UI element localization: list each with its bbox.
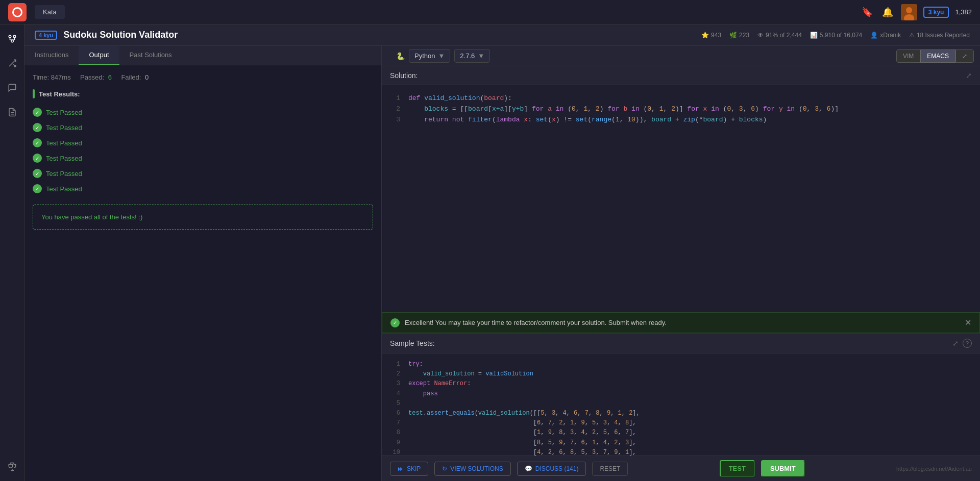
- line-num-2: 2: [390, 104, 400, 115]
- bottom-url: https://blog.csdn.net/Aident.au: [896, 466, 972, 472]
- time-stats: Time: 847ms Passed: 6 Failed: 0: [33, 73, 373, 81]
- view-solutions-label: VIEW SOLUTIONS: [450, 465, 503, 472]
- sample-line-8: 8 [1, 9, 8, 3, 4, 2, 5, 6, 7],: [390, 428, 972, 438]
- stars-meta: ⭐ 943: [701, 32, 721, 39]
- version-dropdown[interactable]: 2.7.6 ▼: [454, 49, 490, 63]
- bottom-bar: ⏭ SKIP ↻ VIEW SOLUTIONS 💬 DISCUSS (141) …: [382, 455, 980, 481]
- problem-kyu: 4 kyu: [35, 31, 57, 40]
- tab-past-solutions[interactable]: Past Solutions: [119, 46, 182, 65]
- code-content-1: def valid_solution(board):: [408, 93, 512, 104]
- skip-button[interactable]: ⏭ SKIP: [390, 462, 428, 476]
- discuss-icon: 💬: [525, 465, 532, 472]
- code-content-2: blocks = [[board[x+a][y+b] for a in (0, …: [408, 104, 839, 115]
- help-icon[interactable]: ?: [963, 339, 972, 348]
- test-item-6: ✓ Test Passed: [33, 181, 373, 196]
- test-label-6: Test Passed: [46, 185, 82, 193]
- sample-tests-title: Sample Tests:: [390, 339, 435, 347]
- left-sidebar: [0, 24, 24, 481]
- success-check-icon: ✓: [390, 318, 400, 327]
- test-label-1: Test Passed: [46, 109, 82, 116]
- tab-instructions[interactable]: Instructions: [24, 46, 79, 65]
- test-label-2: Test Passed: [46, 124, 82, 132]
- reset-button[interactable]: RESET: [592, 462, 628, 476]
- author-meta: 👤 xDranik: [870, 32, 901, 39]
- right-panel: 🐍 Python ▼ 2.7.6 ▼ VIM EMACS ⤢: [382, 46, 980, 481]
- line-num-1: 1: [390, 93, 400, 104]
- language-dropdown[interactable]: Python ▼: [409, 49, 450, 63]
- discuss-label: DISCUSS (141): [535, 465, 579, 472]
- bell-icon[interactable]: 🔔: [880, 5, 895, 19]
- expand-editor-button[interactable]: ⤢: [955, 49, 974, 63]
- test-check-icon-4: ✓: [33, 154, 42, 163]
- sample-line-7: 7 [6, 7, 2, 1, 9, 5, 3, 4, 8],: [390, 418, 972, 428]
- sidebar-icon-trophy[interactable]: [4, 459, 20, 475]
- skip-label: SKIP: [407, 465, 421, 472]
- test-check-icon-6: ✓: [33, 184, 42, 193]
- tabs: Instructions Output Past Solutions: [24, 46, 381, 65]
- skip-icon: ⏭: [398, 465, 404, 472]
- svg-point-4: [13, 35, 16, 38]
- discuss-button[interactable]: 💬 DISCUSS (141): [517, 462, 586, 476]
- kata-tab[interactable]: Kata: [35, 5, 65, 19]
- passed-label: Passed:: [80, 73, 104, 81]
- test-check-icon-5: ✓: [33, 169, 42, 178]
- time-label: Time: 847ms: [33, 73, 71, 81]
- expand-solution-icon[interactable]: ⤢: [966, 71, 972, 80]
- code-content-3: return not filter(lambda x: set(x) != se…: [408, 115, 767, 125]
- sample-tests-controls: ⤢ ?: [952, 339, 972, 348]
- test-label-3: Test Passed: [46, 139, 82, 147]
- code-line-3: 3 return not filter(lambda x: set(x) != …: [390, 115, 972, 125]
- forks-meta: 🌿 223: [729, 32, 749, 39]
- test-results-label: Test Results:: [39, 90, 80, 98]
- close-banner-button[interactable]: ✕: [965, 318, 971, 327]
- sidebar-icon-diff[interactable]: [4, 55, 20, 71]
- test-label-5: Test Passed: [46, 170, 82, 178]
- tab-output[interactable]: Output: [79, 46, 119, 65]
- passed-count: 6: [108, 73, 112, 81]
- test-label-4: Test Passed: [46, 155, 82, 162]
- test-results-header: Test Results:: [33, 89, 373, 98]
- test-item-3: ✓ Test Passed: [33, 135, 373, 150]
- sample-line-4: 4 pass: [390, 389, 972, 399]
- left-panel: Instructions Output Past Solutions Time:…: [24, 46, 382, 481]
- test-check-icon-1: ✓: [33, 108, 42, 117]
- code-line-2: 2 blocks = [[board[x+a][y+b] for a in (0…: [390, 104, 972, 115]
- logo[interactable]: [8, 3, 27, 21]
- kyu-badge: 3 kyu: [923, 7, 949, 18]
- solution-title: Solution:: [390, 71, 418, 80]
- top-bar: Kata 🔖 🔔 3 kyu 1,382: [0, 0, 980, 24]
- test-check-icon-2: ✓: [33, 123, 42, 132]
- vim-button[interactable]: VIM: [896, 49, 920, 63]
- svg-point-3: [9, 35, 11, 38]
- code-editor[interactable]: 1 def valid_solution(board): 2 blocks = …: [382, 85, 980, 312]
- test-item-1: ✓ Test Passed: [33, 105, 373, 120]
- test-button[interactable]: TEST: [720, 460, 755, 477]
- sample-line-3: 3 except NameError:: [390, 379, 972, 389]
- success-message: Excellent! You may take your time to ref…: [405, 319, 960, 326]
- code-line-1: 1 def valid_solution(board):: [390, 93, 972, 104]
- expand-sample-icon[interactable]: ⤢: [952, 339, 959, 347]
- all-passed-box: You have passed all of the tests! :): [33, 205, 373, 230]
- avatar[interactable]: [901, 4, 917, 20]
- sidebar-icon-doc[interactable]: [4, 104, 20, 120]
- line-num-3: 3: [390, 115, 400, 125]
- sidebar-icon-chat[interactable]: [4, 80, 20, 96]
- test-item-4: ✓ Test Passed: [33, 150, 373, 166]
- view-solutions-button[interactable]: ↻ VIEW SOLUTIONS: [434, 462, 510, 476]
- problem-header: 4 kyu Sudoku Solution Validator ⭐ 943 🌿 …: [24, 24, 980, 46]
- top-editor-bar: 🐍 Python ▼ 2.7.6 ▼ VIM EMACS ⤢: [382, 46, 980, 66]
- emacs-button[interactable]: EMACS: [920, 49, 955, 63]
- sidebar-icon-fork[interactable]: [4, 31, 20, 47]
- test-items-container: ✓ Test Passed ✓ Test Passed ✓ Test Passe…: [33, 105, 373, 196]
- rank-meta: 📊 5,910 of 16,074: [810, 32, 862, 39]
- bookmark-icon[interactable]: 🔖: [860, 5, 874, 19]
- sample-line-6: 6 test.assert_equals(valid_solution([[5,…: [390, 409, 972, 418]
- completion-meta: 👁 91% of 2,444: [757, 32, 802, 39]
- submit-button[interactable]: SUBMIT: [761, 460, 805, 477]
- svg-point-1: [906, 7, 912, 13]
- content-area: 4 kyu Sudoku Solution Validator ⭐ 943 🌿 …: [24, 24, 980, 481]
- problem-meta: ⭐ 943 🌿 223 👁 91% of 2,444 📊 5,910 of 16…: [701, 32, 970, 39]
- test-item-2: ✓ Test Passed: [33, 120, 373, 135]
- sample-code-editor[interactable]: 1 try: 2 valid_solution = validSolution …: [382, 353, 980, 455]
- sample-line-9: 9 [8, 5, 9, 7, 6, 1, 4, 2, 3],: [390, 438, 972, 448]
